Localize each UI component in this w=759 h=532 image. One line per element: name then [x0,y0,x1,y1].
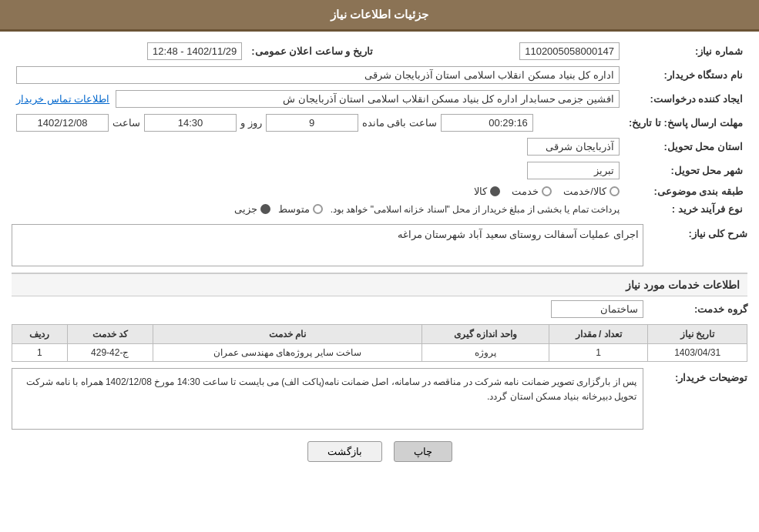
page-header: جزئیات اطلاعات نیاز [0,0,759,32]
deadline-time-label: ساعت [113,117,140,129]
deadline-days: 9 [266,114,358,132]
category-goods-label: کالا [474,186,487,197]
deadline-cell: 00:29:16 ساعت باقی مانده 9 روز و 14:30 س… [12,111,624,135]
service-group-value: ساختمان [551,300,643,318]
process-desc: پرداخت تمام یا بخشی از مبلغ خریدار از مح… [331,204,620,215]
category-service-option[interactable]: خدمت [512,186,552,197]
creator-cell: افشین جزمی حسابدار اداره کل بنیاد مسکن ا… [12,87,624,111]
date-cell: 1402/11/29 - 12:48 [12,39,247,63]
cell-date: 1403/04/31 [648,344,747,362]
buyer-org-cell: اداره کل بنیاد مسکن انقلاب اسلامی استان … [12,63,624,87]
process-partial-label: جزیی [234,203,257,215]
buyer-notes-value: پس از بارگزاری تصویر ضمانت نامه شرکت در … [12,368,643,430]
back-button[interactable]: بازگشت [307,441,382,462]
radio-medium-icon [313,204,323,214]
category-goods-service-label: کالا/خدمت [563,186,606,197]
col-unit: واحد اندازه گیری [422,325,549,344]
category-label: طبقه بندی موضوعی: [624,182,747,200]
page-wrapper: جزئیات اطلاعات نیاز شماره نیاز: 11020050… [0,0,759,532]
radio-service-icon [542,186,552,196]
cell-row: 1 [12,344,68,362]
col-row: ردیف [12,325,68,344]
cell-name: ساخت سایر پروژه‌های مهندسی عمران [153,344,421,362]
need-number-cell: 1102005058000147 [378,39,624,63]
radio-goods-service-icon [610,186,620,196]
process-cell: پرداخت تمام یا بخشی از مبلغ خریدار از مح… [12,200,624,218]
date-label: تاریخ و ساعت اعلان عمومی: [247,39,378,63]
buyer-org-value: اداره کل بنیاد مسکن انقلاب اسلامی استان … [16,66,620,84]
city-cell: تبریز [12,159,624,182]
need-desc-value: اجرای عملیات آسفالت روستای سعید آباد شهر… [12,224,643,266]
category-cell: کالا/خدمت خدمت کالا [12,182,624,200]
process-partial-option[interactable]: جزیی [234,203,270,215]
print-button[interactable]: چاپ [394,441,452,462]
province-label: استان محل تحویل: [624,135,747,159]
date-value: 1402/11/29 - 12:48 [147,42,242,60]
city-value: تبریز [527,162,620,179]
contact-link[interactable]: اطلاعات تماس خریدار [16,93,109,105]
cell-code: ج-42-429 [67,344,153,362]
buyer-notes-label: توضیحات خریدار: [647,368,747,383]
info-table: شماره نیاز: 1102005058000147 تاریخ و ساع… [12,39,747,218]
deadline-time: 14:30 [144,114,237,132]
deadline-date: 1402/12/08 [16,114,109,132]
col-code: کد خدمت [67,325,153,344]
radio-goods-icon [490,186,500,196]
need-number-label: شماره نیاز: [624,39,747,63]
city-label: شهر محل تحویل: [624,159,747,182]
process-medium-option[interactable]: متوسط [278,203,323,215]
deadline-days-label: روز و [240,117,262,129]
services-table: تاریخ نیاز تعداد / مقدار واحد اندازه گیر… [12,324,747,362]
deadline-remaining-label: ساعت باقی مانده [362,117,437,129]
col-name: نام خدمت [153,325,421,344]
creator-value: افشین جزمی حسابدار اداره کل بنیاد مسکن ا… [116,90,620,108]
province-cell: آذربایجان شرقی [12,135,624,159]
cell-unit: پروژه [422,344,549,362]
category-service-label: خدمت [512,186,539,197]
process-label: نوع فرآیند خرید : [624,200,747,218]
need-number-value: 1102005058000147 [519,42,620,60]
deadline-label: مهلت ارسال پاسخ: تا تاریخ: [624,111,747,135]
deadline-remaining: 00:29:16 [441,114,533,132]
buyer-org-label: نام دستگاه خریدار: [624,63,747,87]
main-content: شماره نیاز: 1102005058000147 تاریخ و ساع… [0,32,759,477]
category-goods-service-option[interactable]: کالا/خدمت [563,186,620,197]
province-value: آذربایجان شرقی [527,138,620,156]
cell-count: 1 [549,344,648,362]
need-desc-label: شرح کلی نیاز: [647,224,747,239]
creator-label: ایجاد کننده درخواست: [624,87,747,111]
col-date: تاریخ نیاز [648,325,747,344]
process-medium-label: متوسط [278,203,310,215]
col-count: تعداد / مقدار [549,325,648,344]
category-goods-option[interactable]: کالا [474,186,500,197]
table-row: 1403/04/31 1 پروژه ساخت سایر پروژه‌های م… [12,344,747,362]
radio-partial-icon [260,204,270,214]
page-title: جزئیات اطلاعات نیاز [331,8,428,21]
service-group-label: گروه خدمت: [647,303,747,315]
buttons-row: چاپ بازگشت [12,441,747,462]
services-section-title: اطلاعات خدمات مورد نیاز [12,273,747,296]
